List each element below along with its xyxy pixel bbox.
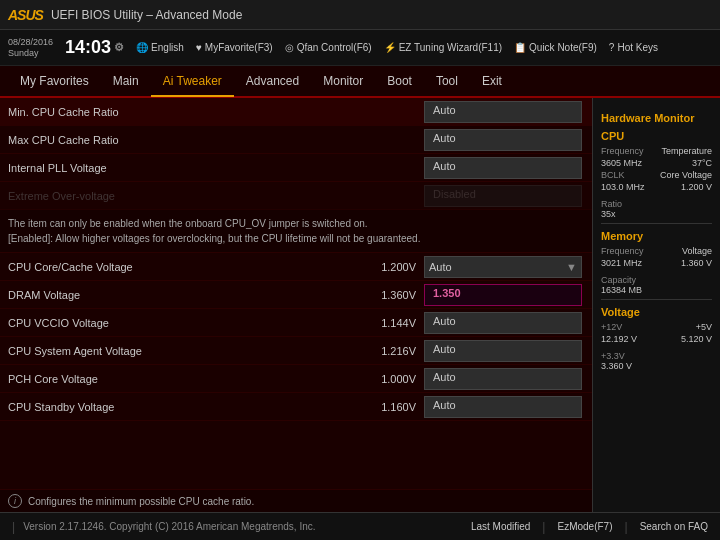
cpu-sys-agent-row: CPU System Agent Voltage 1.216V Auto [0,337,592,365]
pch-core-voltage-label: PCH Core Voltage [8,369,344,389]
clock-gear-icon[interactable]: ⚙ [114,41,124,54]
mem-voltage-label: Voltage [659,246,713,256]
nav-ai-tweaker[interactable]: Ai Tweaker [151,67,234,97]
max-cpu-cache-control[interactable]: Auto [424,129,584,151]
nav-monitor[interactable]: Monitor [311,66,375,96]
cpu-standby-voltage-val: 1.160V [344,401,424,413]
internal-pll-value[interactable]: Auto [424,157,582,179]
last-modified-btn[interactable]: Last Modified [471,521,530,532]
description-text: The item can only be enabled when the on… [8,216,584,246]
nav-tool[interactable]: Tool [424,66,470,96]
3v3-value: 3.360 V [601,361,712,371]
nav-exit[interactable]: Exit [470,66,514,96]
pch-core-input[interactable]: Auto [424,368,582,390]
dram-voltage-val: 1.360V [344,289,424,301]
hot-keys-btn[interactable]: ? Hot Keys [609,42,658,53]
cpu-standby-voltage-label: CPU Standby Voltage [8,397,344,417]
cpu-vccio-control[interactable]: Auto [424,312,584,334]
language-btn[interactable]: 🌐 English [136,42,184,53]
internal-pll-row: Internal PLL Voltage Auto [0,154,592,182]
cpu-core-dropdown[interactable]: Auto ▼ [424,256,582,278]
cpu-core-dropdown-label: Auto [429,261,452,273]
cpu-freq-value: 3605 MHz [601,158,655,168]
search-faq-btn[interactable]: Search on FAQ [640,521,708,532]
min-cpu-cache-value[interactable]: Auto [424,101,582,123]
key-icon: ? [609,42,615,53]
nav-bar: My Favorites Main Ai Tweaker Advanced Mo… [0,66,720,98]
12v-value: 12.192 V [601,334,655,344]
cpu-core-cache-voltage-control[interactable]: Auto ▼ [424,256,584,278]
quick-note-btn[interactable]: 📋 Quick Note(F9) [514,42,597,53]
extreme-overvoltage-row: Extreme Over-voltage Disabled [0,182,592,210]
cpu-freq-label: Frequency [601,146,655,156]
cpu-standby-input[interactable]: Auto [424,396,582,418]
nav-advanced[interactable]: Advanced [234,66,311,96]
nav-main[interactable]: Main [101,66,151,96]
core-voltage-value: 1.200 V [659,182,713,192]
max-cpu-cache-label: Max CPU Cache Ratio [8,130,424,150]
quick-note-label: Quick Note(F9) [529,42,597,53]
cpu-vccio-val: 1.144V [344,317,424,329]
ez-mode-btn[interactable]: EzMode(F7) [557,521,612,532]
description-block: The item can only be enabled when the on… [0,210,592,253]
internal-pll-control[interactable]: Auto [424,157,584,179]
cpu-temp-value: 37°C [659,158,713,168]
extreme-overvoltage-control: Disabled [424,185,584,207]
mem-voltage-value: 1.360 V [659,258,713,268]
cpu-standby-voltage-control[interactable]: Auto [424,396,584,418]
nav-favorites[interactable]: My Favorites [8,66,101,96]
max-cpu-cache-value[interactable]: Auto [424,129,582,151]
cpu-core-cache-voltage-row: CPU Core/Cache Voltage 1.200V Auto ▼ [0,253,592,281]
bios-title: UEFI BIOS Utility – Advanced Mode [51,8,242,22]
min-cpu-cache-ratio-row: Min. CPU Cache Ratio Auto [0,98,592,126]
nav-boot[interactable]: Boot [375,66,424,96]
cpu-vccio-input[interactable]: Auto [424,312,582,334]
qfan-label: Qfan Control(F6) [297,42,372,53]
content-footer: i Configures the minimum possible CPU ca… [0,489,592,512]
cpu-vccio-row: CPU VCCIO Voltage 1.144V Auto [0,309,592,337]
info-icon: i [8,494,22,508]
dram-voltage-input[interactable]: 1.350 [424,284,582,306]
pch-core-voltage-row: PCH Core Voltage 1.000V Auto [0,365,592,393]
footer: | Version 2.17.1246. Copyright (C) 2016 … [0,512,720,540]
note-icon: 📋 [514,42,526,53]
language-label: English [151,42,184,53]
sidebar-divider-1 [601,223,712,224]
max-cpu-cache-ratio-row: Max CPU Cache Ratio Auto [0,126,592,154]
day: Sunday [8,48,53,59]
dram-voltage-control[interactable]: 1.350 [424,284,584,306]
capacity-value: 16384 MB [601,285,712,295]
cpu-core-cache-voltage-label: CPU Core/Cache Voltage [8,257,344,277]
5v-value: 5.120 V [659,334,713,344]
ez-icon: ⚡ [384,42,396,53]
memory-section-title: Memory [601,230,712,242]
ez-tuning-btn[interactable]: ⚡ EZ Tuning Wizard(F11) [384,42,502,53]
cpu-sys-agent-label: CPU System Agent Voltage [8,341,344,361]
cpu-standby-voltage-row: CPU Standby Voltage 1.160V Auto [0,393,592,421]
myfavorite-btn[interactable]: ♥ MyFavorite(F3) [196,42,273,53]
capacity-label: Capacity [601,275,636,285]
core-voltage-label: Core Voltage [659,170,713,180]
cpu-sys-agent-input[interactable]: Auto [424,340,582,362]
globe-icon: 🌐 [136,42,148,53]
top-bar: ASUS UEFI BIOS Utility – Advanced Mode [0,0,720,30]
5v-label: +5V [659,322,713,332]
extreme-overvoltage-label: Extreme Over-voltage [8,186,424,206]
qfan-btn[interactable]: ◎ Qfan Control(F6) [285,42,372,53]
pch-core-voltage-control[interactable]: Auto [424,368,584,390]
3v3-label: +3.3V [601,351,625,361]
footer-right: Last Modified | EzMode(F7) | Search on F… [471,520,708,534]
cpu-sys-agent-control[interactable]: Auto [424,340,584,362]
min-cpu-cache-control[interactable]: Auto [424,101,584,123]
internal-pll-label: Internal PLL Voltage [8,158,424,178]
12v-label: +12V [601,322,655,332]
sidebar-divider-2 [601,299,712,300]
second-bar: 08/28/2016 Sunday 14:03 ⚙ 🌐 English ♥ My… [0,30,720,66]
cpu-stats: Frequency Temperature 3605 MHz 37°C BCLK… [601,146,712,192]
hot-keys-label: Hot Keys [617,42,658,53]
bclk-value: 103.0 MHz [601,182,655,192]
clock-time: 14:03 [65,37,111,58]
version-text: Version 2.17.1246. Copyright (C) 2016 Am… [23,521,315,532]
cpu-ratio-block: Ratio 35x [601,198,712,219]
cpu-core-cache-voltage-val: 1.200V [344,261,424,273]
